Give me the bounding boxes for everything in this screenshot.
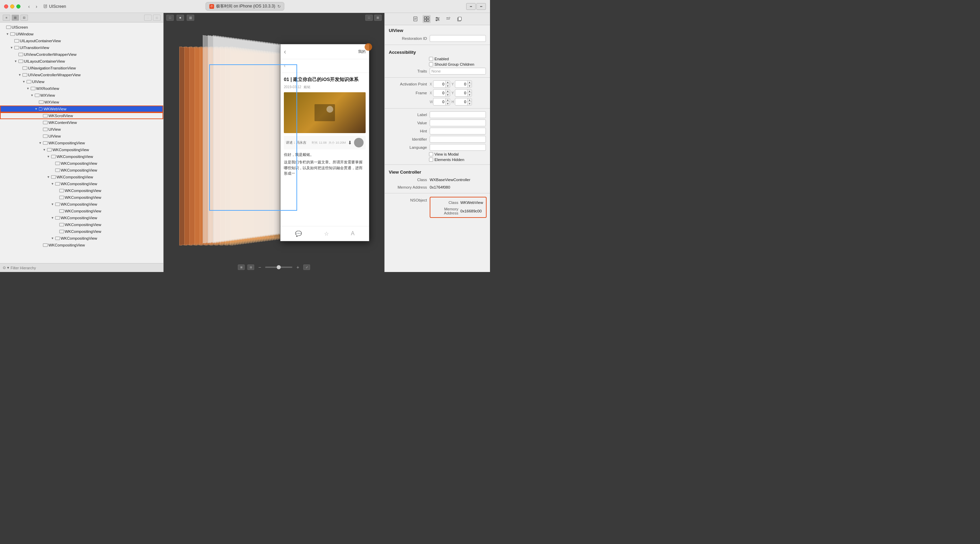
tree-item-wkcomp10[interactable]: ▼ WKCompositingView [0,201,163,208]
tree-item-wkcomp5[interactable]: WKCompositingView [0,167,163,174]
act-y-up-btn[interactable]: ▲ [468,81,472,84]
back-button[interactable]: ‹ [26,3,32,10]
tree-item-wkcomp1[interactable]: ▼ WKCompositingView [0,140,163,146]
bottom-icon3[interactable]: A [351,230,355,236]
view-mode-grid[interactable]: ⊞ [11,15,19,21]
act-x-field: X ▲ ▼ [430,80,450,88]
tree-item-wkcontentview[interactable]: WKContentView [0,119,163,126]
tree-item-wkcomp13[interactable]: WKCompositingView [0,221,163,228]
tree-item-wkscrollview[interactable]: WKScrollView [0,113,163,119]
refresh-icon[interactable]: ↻ [277,4,281,9]
tree-item-uiview3[interactable]: UIView [0,133,163,140]
close-button[interactable] [4,5,8,8]
tree-item-uiscreen[interactable]: UIScreen [0,24,163,31]
tree-item-wxview2[interactable]: WXView [0,99,163,106]
inspector-file-btn[interactable] [412,15,420,23]
should-group-checkbox[interactable] [429,62,433,67]
act-y-down-btn[interactable]: ▼ [468,84,472,87]
act-y-input[interactable] [455,81,467,87]
view-icon [6,25,11,29]
tree-item-wkcomp6[interactable]: ▼ WKCompositingView [0,174,163,181]
tree-item-wkcomp9[interactable]: WKCompositingView [0,194,163,201]
frame-w-input[interactable] [433,98,445,105]
canvas-expand-btn[interactable]: □ [365,15,373,21]
frame-w-up-btn[interactable]: ▲ [446,98,450,102]
inspector-grid-btn[interactable] [423,15,431,23]
inspector-copy-btn[interactable] [455,15,463,23]
forward-button[interactable]: › [33,3,40,10]
zoom-minus-btn[interactable]: − [257,265,262,270]
canvas-fullscreen-btn[interactable]: ⊞ [374,15,382,21]
tree-item-wxrootview[interactable]: ▼ WXRootView [0,85,163,92]
tree-item-wkcomp7[interactable]: ▼ WKCompositingView [0,181,163,187]
frame-y-down-btn[interactable]: ▼ [468,93,472,96]
tree-item-wkcomp4[interactable]: WKCompositingView [0,160,163,167]
tree-item-uinavtransition[interactable]: UINavigationTransitionView [0,65,163,71]
window-btn-2[interactable]: ▪▪ [476,3,486,10]
label-input[interactable] [430,111,486,118]
tree-item-uiview1[interactable]: ▼ UIView [0,78,163,85]
zoom-slider[interactable] [265,266,293,268]
frame-h-input[interactable] [455,98,467,105]
frame-h-up-btn[interactable]: ▲ [468,98,472,102]
canvas-view-btn2[interactable]: ▦ [153,15,161,21]
view-is-modal-checkbox[interactable] [429,152,433,156]
view-mode-3d[interactable]: ⊟ [21,15,28,21]
tree-item-uivcwrapper1[interactable]: UIViewControllerWrapperView [0,51,163,58]
canvas-bottom-btn1[interactable]: ⊞ [238,265,245,270]
fullscreen-button[interactable] [16,5,21,8]
tree-item-uiwindow[interactable]: ▼ UIWindow [0,31,163,38]
tree-item-wkwebview[interactable]: ▼ WKWebView [0,106,163,113]
zoom-plus-btn[interactable]: + [295,265,301,270]
frame-x-input[interactable] [433,90,445,96]
frame-y-input[interactable] [455,90,467,96]
act-x-input[interactable] [433,81,445,87]
tree-item-wkcomp12[interactable]: ▼ WKCompositingView [0,214,163,221]
back-arrow-phone[interactable]: ‹ [284,48,286,56]
tree-item-uiview2[interactable]: UIView [0,126,163,133]
minimize-button[interactable] [10,5,14,8]
act-x-down-btn[interactable]: ▼ [446,84,450,87]
frame-x-up-btn[interactable]: ▲ [446,90,450,93]
tree-item-uivcwrapper2[interactable]: ▼ UIViewControllerWrapperView [0,71,163,78]
canvas-bottom-btn3[interactable]: ⤢ [303,265,310,270]
tree-item-wkcomp16[interactable]: WKCompositingView [0,242,163,249]
tree-item-wxview1[interactable]: ▼ WXView [0,92,163,99]
tree-item-wkcomp8[interactable]: WKCompositingView [0,187,163,194]
view-mode-list[interactable]: ≡ [3,15,10,21]
bottom-icon1[interactable]: 💬 [295,230,302,237]
restoration-id-input[interactable] [430,35,486,42]
download-icon[interactable]: ⬇ [348,140,352,145]
tree-item-uitransition[interactable]: ▼ UITransitionView [0,44,163,51]
canvas-view-btn1[interactable]: □ [144,15,152,21]
bottom-icon2[interactable]: ☆ [324,230,329,237]
inspector-sort-btn[interactable] [444,15,452,23]
identifier-input[interactable] [430,136,486,143]
window-btn-1[interactable]: ▪▪ [466,3,476,10]
canvas-mode-btn2[interactable]: ■ [177,15,184,21]
frame-y-up-btn[interactable]: ▲ [468,90,472,93]
canvas-mode-btn3[interactable]: ▥ [187,15,194,21]
tree-item-wkcomp15[interactable]: ▼ WKCompositingView [0,235,163,242]
frame-w-down-btn[interactable]: ▼ [446,102,450,105]
value-input[interactable] [430,119,486,126]
frame-x-down-btn[interactable]: ▼ [446,93,450,96]
frame-h-down-btn[interactable]: ▼ [468,102,472,105]
tree-item-wkcomp11[interactable]: WKCompositingView [0,208,163,214]
enabled-checkbox[interactable] [429,57,433,61]
tree-item-wkcomp2[interactable]: ▼ WKCompositingView [0,146,163,153]
filter-input[interactable] [11,266,161,270]
hint-input[interactable] [430,128,486,135]
act-x-up-btn[interactable]: ▲ [446,81,450,84]
tree-item-wkcomp3[interactable]: ▼ WKCompositingView [0,153,163,160]
tree-item-uilayout1[interactable]: UILayoutContainerView [0,38,163,44]
tree-arrow [38,127,42,132]
canvas-mode-btn1[interactable]: □ [166,15,174,21]
tree-arrow: ▼ [5,32,10,36]
tree-item-uilayout2[interactable]: ▼ UILayoutContainerView [0,58,163,65]
tree-item-wkcomp14[interactable]: WKCompositingView [0,228,163,235]
language-input[interactable] [430,144,486,151]
elements-hidden-checkbox[interactable] [429,158,433,162]
canvas-bottom-btn2[interactable]: ⊟ [247,265,254,270]
inspector-sliders-btn[interactable] [433,15,442,23]
